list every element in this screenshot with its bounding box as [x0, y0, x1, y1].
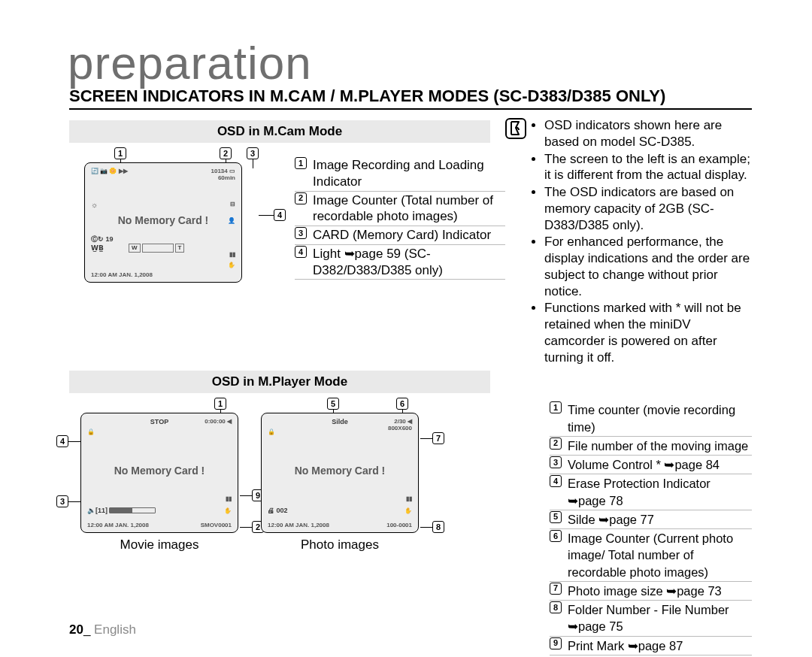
note-item: Functions marked with * will not be reta…: [544, 300, 752, 365]
light-indicator-icon: ⊟: [230, 201, 235, 207]
zoom-w: W: [129, 244, 141, 253]
wb-row: W̲B̲: [91, 244, 104, 252]
legend-item: 3Volume Control * ➥page 84: [550, 456, 752, 474]
legend-item: 3 CARD (Memory Card) Indicator: [295, 226, 505, 245]
callout-1: 1: [114, 147, 126, 159]
legend-item: 4 Light ➥page 59 (SC-D382/D383/D385 only…: [295, 245, 505, 280]
time-counter: 0:00:00 ◀: [205, 418, 232, 425]
battery-icon: ▮▮: [406, 495, 412, 502]
mplayer-row: 1 4 3 9 2 🔒 STOP 0:00:00 ◀ No Memory Car…: [69, 401, 752, 655]
legend-item: 1 Image Recording and Loading Indicator: [295, 156, 505, 192]
folder-file-number: 100-0001: [386, 522, 412, 528]
osd-photo-diagram: 5 6 7 8 🔒 Silde 2/30 ◀ 800X600: [261, 401, 419, 533]
legend-item: 9Print Mark ➥page 87: [550, 637, 752, 655]
caption-movie: Movie images: [120, 537, 199, 553]
osd-top-left-icons: 🔄 📷 🌼 ▶▶: [91, 168, 128, 174]
callout-1: 1: [214, 398, 226, 410]
callout-4: 4: [56, 435, 68, 447]
mplayer-legend: 1Time counter (movie recording time) 2Fi…: [550, 401, 752, 655]
legend-item: 4Erase Protection Indicator ➥page 78: [550, 474, 752, 510]
no-memory-card-msg: No Memory Card !: [81, 465, 238, 477]
no-memory-card-msg: No Memory Card !: [85, 214, 241, 226]
osd-mcam-screen: 🔄 📷 🌼 ▶▶ 10134 ▭ 60min ☼ ⊟ No Memory Car…: [84, 162, 242, 283]
legend-item: 7Photo image size ➥page 73: [550, 582, 752, 601]
no-memory-card-msg: No Memory Card !: [262, 465, 418, 477]
language-label: English: [90, 622, 135, 637]
section-heading: SCREEN INDICATORS IN M.CAM / M.PLAYER MO…: [69, 86, 752, 110]
mcam-legend: 1 Image Recording and Loading Indicator …: [295, 156, 505, 283]
osd-mcam-diagram: 1 2 3 4 🔄 📷 🌼 ▶▶ 10134 ▭ 60min: [84, 150, 287, 283]
callout-5: 5: [327, 398, 339, 410]
osd-movie-diagram: 1 4 3 9 2 🔒 STOP 0:00:00 ◀ No Memory Car…: [80, 401, 238, 533]
print-mark-row: 🖨 002: [268, 507, 288, 514]
lock-icon: 🔒: [268, 428, 275, 435]
chapter-title: preparation: [68, 36, 752, 89]
note-item: The screen to the left is an example; it…: [544, 151, 752, 184]
zoom-t: T: [175, 244, 185, 253]
mcam-row: OSD in M.Cam Mode 1 2 3 4 🔄 📷 🌼 ▶▶: [69, 116, 752, 366]
legend-item: 6Image Counter (Current photo image/ Tot…: [550, 529, 752, 582]
notes-block: OSD indicators shown here are based on m…: [513, 116, 752, 366]
callout-2: 2: [220, 147, 232, 159]
note-item: For enhanced performance, the display in…: [544, 234, 752, 299]
note-item: The OSD indicators are based on memory c…: [544, 184, 752, 233]
osd-image-counter: 10134 ▭ 60min: [211, 168, 235, 181]
callout-4: 4: [274, 209, 286, 221]
callout-8: 8: [432, 521, 444, 533]
legend-item: 2File number of the moving image: [550, 437, 752, 456]
subheader-mplayer: OSD in M.Player Mode: [69, 371, 490, 393]
cr-row: Ⓒ↻ 19: [91, 235, 114, 244]
person-icon: 👤: [228, 217, 235, 224]
osd-datetime: 12:00 AM JAN. 1,2008: [87, 522, 149, 528]
legend-item: 2 Image Counter (Total number of recorda…: [295, 192, 505, 227]
osd-movie-screen: 🔒 STOP 0:00:00 ◀ No Memory Card ! ▮▮ ✋ 🔈…: [80, 413, 238, 533]
callout-6: 6: [396, 398, 408, 410]
lock-icon: 🔒: [87, 428, 95, 435]
legend-item: 8Folder Number - File Number ➥page 75: [550, 601, 752, 637]
osd-photo-screen: 🔒 Silde 2/30 ◀ 800X600 No Memory Card ! …: [261, 413, 419, 533]
callout-3: 3: [247, 147, 259, 159]
battery-icon: ▮▮: [226, 495, 232, 502]
file-number: SMOV0001: [201, 522, 232, 528]
caption-photo: Photo images: [301, 537, 379, 553]
note-item: OSD indicators shown here are based on m…: [544, 117, 752, 150]
volume-row: 🔈[11]: [87, 507, 156, 514]
legend-item: 5Silde ➥page 77: [550, 510, 752, 529]
battery-icon: ▮▮: [229, 251, 235, 258]
page-footer: 20_ English: [69, 622, 136, 637]
sun-icon: ☼: [91, 201, 98, 209]
hand-icon: ✋: [404, 507, 412, 514]
osd-datetime: 12:00 AM JAN. 1,2008: [268, 522, 329, 528]
page-number: 20: [69, 622, 83, 637]
legend-item: 1Time counter (movie recording time): [550, 401, 752, 437]
manual-page: preparation SCREEN INDICATORS IN M.CAM /…: [0, 0, 812, 657]
subheader-mcam: OSD in M.Cam Mode: [69, 120, 490, 143]
image-count-current: 2/30 ◀ 800X600: [388, 418, 412, 431]
callout-7: 7: [432, 432, 444, 444]
hand-icon: ✋: [224, 507, 232, 514]
osd-datetime: 12:00 AM JAN. 1,2008: [91, 271, 153, 278]
callout-3: 3: [56, 495, 68, 507]
note-icon: [505, 118, 526, 139]
hand-icon: ✋: [228, 262, 235, 268]
